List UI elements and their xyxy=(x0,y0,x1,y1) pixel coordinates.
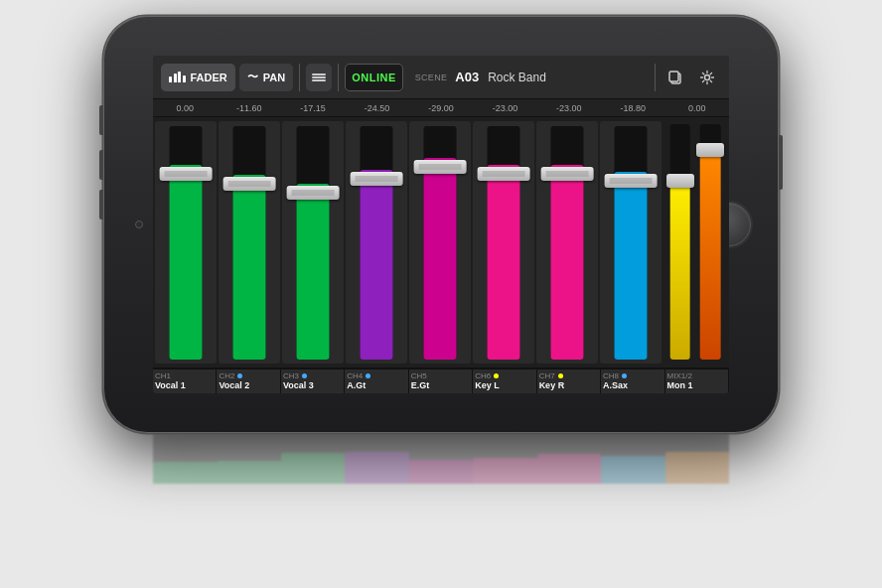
copy-button[interactable] xyxy=(662,64,689,91)
phone-screen-area: FADER 〜 PAN xyxy=(153,56,729,393)
pan-label: PAN xyxy=(263,72,285,83)
layers-icon xyxy=(312,74,326,81)
channel-labels-row: CH1Vocal 1CH2Vocal 2CH3Vocal 3CH4A.GtCH5… xyxy=(153,368,729,393)
phone-body: FADER 〜 PAN xyxy=(103,16,779,433)
layers-button[interactable] xyxy=(306,64,332,91)
channel-label-CH5: CH5E.Gt xyxy=(409,368,473,393)
header-divider-1 xyxy=(299,64,300,91)
channel-label-CH1: CH1Vocal 1 xyxy=(153,368,217,393)
scene-prefix: SCENE xyxy=(415,73,448,82)
db-value-6: -23.00 xyxy=(537,103,601,113)
app-header: FADER 〜 PAN xyxy=(153,56,729,99)
channel-strip-CH8[interactable] xyxy=(600,121,662,364)
channel-strip-CH5[interactable] xyxy=(409,121,471,364)
fader-icon xyxy=(169,72,186,82)
channel-strip-CH3[interactable] xyxy=(282,121,344,364)
db-value-2: -17.15 xyxy=(281,103,345,113)
app-screen: FADER 〜 PAN xyxy=(153,56,729,393)
channel-label-CH6: CH6Key L xyxy=(473,368,536,393)
channel-label-CH2: CH2Vocal 2 xyxy=(217,368,280,393)
db-value-7: -18.80 xyxy=(601,103,664,113)
pan-icon: 〜 xyxy=(247,70,258,84)
gear-icon xyxy=(699,70,715,85)
online-text: ONLINE xyxy=(352,72,396,83)
settings-button[interactable] xyxy=(693,64,721,91)
channel-label-CH4: CH4A.Gt xyxy=(345,368,408,393)
online-badge: ONLINE xyxy=(345,64,403,91)
db-value-0: 0.00 xyxy=(153,103,217,113)
scene-name: Rock Band xyxy=(488,71,546,84)
svg-rect-1 xyxy=(669,72,678,81)
header-divider-2 xyxy=(338,64,339,91)
db-value-1: -11.60 xyxy=(217,103,280,113)
db-value-8: 0.00 xyxy=(665,103,729,113)
channel-label-MIX1/2: MIX1/2Mon 1 xyxy=(665,368,729,393)
header-divider-3 xyxy=(655,64,656,91)
db-value-4: -29.00 xyxy=(409,103,473,113)
phone-reflection xyxy=(153,434,729,484)
copy-icon xyxy=(667,70,683,85)
fader-label: FADER xyxy=(191,72,227,83)
db-value-3: -24.50 xyxy=(345,103,408,113)
channel-strip-CH1[interactable] xyxy=(155,121,217,364)
channel-strip-CH7[interactable] xyxy=(536,121,598,364)
channel-label-CH3: CH3Vocal 3 xyxy=(281,368,345,393)
fader-area xyxy=(153,117,729,368)
pan-button[interactable]: 〜 PAN xyxy=(239,64,293,91)
camera-dot xyxy=(135,220,143,228)
db-values-row: 0.00-11.60-17.15-24.50-29.00-23.00-23.00… xyxy=(153,99,729,117)
channel-strip-MIX1/2[interactable] xyxy=(663,121,727,364)
channel-label-CH8: CH8A.Sax xyxy=(601,368,664,393)
db-value-5: -23.00 xyxy=(473,103,536,113)
svg-point-2 xyxy=(705,74,710,79)
fader-button[interactable]: FADER xyxy=(161,64,235,91)
scene-id: A03 xyxy=(455,70,479,84)
channel-strip-CH2[interactable] xyxy=(219,121,280,364)
channel-label-CH7: CH7Key R xyxy=(537,368,601,393)
channel-strip-CH4[interactable] xyxy=(346,121,407,364)
channel-strip-CH6[interactable] xyxy=(473,121,534,364)
phone-wrapper: FADER 〜 PAN xyxy=(83,16,799,572)
